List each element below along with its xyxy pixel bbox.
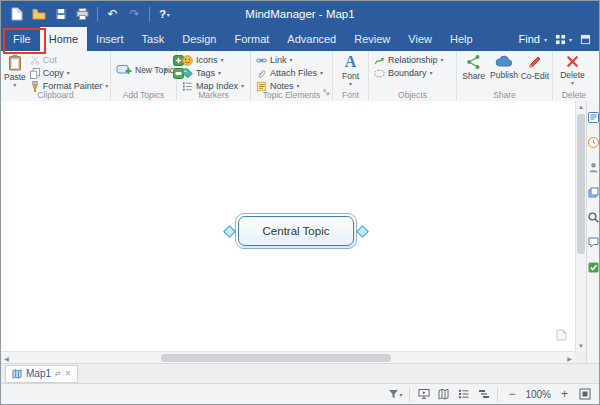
publish-button[interactable]: Publish	[489, 53, 518, 91]
link-icon	[256, 55, 267, 66]
group-label-markers: Markers	[177, 90, 250, 101]
save-icon	[55, 8, 67, 20]
redo-icon: ↷	[129, 8, 139, 20]
tags-label: Tags	[196, 68, 215, 78]
cut-button[interactable]: Cut	[28, 54, 111, 66]
new-topic-icon	[116, 63, 132, 77]
new-topic-button[interactable]: New Topic ▾	[114, 53, 169, 87]
tab-review[interactable]: Review	[345, 27, 399, 51]
file-tab-highlight-annotation	[3, 28, 46, 54]
filter-button[interactable]: ▾	[388, 387, 402, 402]
tab-task[interactable]: Task	[133, 27, 174, 51]
paste-button[interactable]: Paste ▾	[4, 53, 26, 91]
zoom-in-button[interactable]: +	[558, 387, 571, 402]
tab-design[interactable]: Design	[173, 27, 225, 51]
comment-panel-icon	[587, 236, 600, 249]
group-label-topic-elements: Topic Elements	[251, 90, 332, 101]
share-icon	[466, 54, 482, 70]
collapse-ribbon-icon	[580, 34, 591, 45]
resources-pane-button[interactable]	[587, 161, 600, 174]
layout-options-button[interactable]: ▾	[555, 34, 572, 45]
new-topic-label: New Topic	[135, 66, 161, 75]
tab-view[interactable]: View	[399, 27, 441, 51]
outline-view-button[interactable]	[457, 387, 470, 402]
copy-button[interactable]: Copy ▾	[28, 67, 111, 79]
task-info-pane-button[interactable]	[587, 136, 600, 149]
save-button[interactable]	[51, 5, 70, 23]
relationship-label: Relationship	[388, 55, 438, 65]
tab-help[interactable]: Help	[441, 27, 482, 51]
co-edit-button[interactable]: Co-Edit	[521, 53, 549, 91]
caret-down-icon: ▾	[218, 70, 221, 76]
map-view-button[interactable]	[437, 387, 450, 402]
caret-down-icon: ▾	[430, 70, 433, 76]
ribbon-group-font: A Font ▾ Font	[333, 51, 369, 101]
undo-icon: ↶	[107, 8, 117, 20]
find-button[interactable]: Find▾	[519, 33, 547, 45]
caret-down-icon: ▾	[290, 57, 293, 63]
scroll-down-arrow[interactable]: ▼	[576, 340, 586, 351]
topic-elements-dialog-launcher[interactable]	[323, 82, 330, 100]
boundary-button[interactable]: Boundary ▾	[372, 67, 446, 79]
central-topic-label: Central Topic	[263, 225, 330, 237]
smiley-icon	[182, 55, 193, 66]
group-label-delete: Delete	[553, 90, 595, 101]
central-topic[interactable]: Central Topic	[235, 213, 357, 249]
redo-button[interactable]: ↷	[125, 5, 144, 23]
find-label: Find	[519, 33, 540, 45]
tab-home[interactable]: Home	[40, 27, 87, 51]
open-file-button[interactable]	[29, 5, 48, 23]
publish-label: Publish	[490, 71, 518, 80]
vertical-scroll-thumb[interactable]	[577, 114, 585, 254]
vertical-scrollbar[interactable]: ▲ ▼	[575, 101, 586, 351]
ribbon-group-share: Share Publish Co-Edit Share	[457, 51, 553, 101]
print-button[interactable]	[73, 5, 92, 23]
icons-button[interactable]: Icons ▾	[180, 54, 246, 66]
map-canvas[interactable]: Central Topic	[1, 101, 575, 351]
undo-button[interactable]: ↶	[103, 5, 122, 23]
mindmanager-window: ↶ ↷ ?▾ MindManager - Map1 File Home Inse…	[0, 0, 600, 405]
minimize-ribbon-button[interactable]	[580, 34, 591, 45]
ribbon-group-add-topics: New Topic ▾ Add Topics	[111, 51, 177, 101]
tab-insert[interactable]: Insert	[87, 27, 133, 51]
close-map-tab-icon[interactable]: ×	[65, 369, 71, 379]
search-pane-button[interactable]	[587, 211, 600, 224]
font-button[interactable]: A Font ▾	[336, 53, 365, 91]
horizontal-scrollbar[interactable]: ◀ ▶	[1, 351, 575, 363]
search-panel-icon	[587, 211, 600, 224]
link-label: Link	[270, 55, 287, 65]
relationship-button[interactable]: Relationship ▾	[372, 54, 446, 66]
schedule-view-button[interactable]	[477, 387, 490, 402]
tab-row-right: Find▾ ▾	[519, 27, 599, 51]
tasks-pane-button[interactable]	[587, 261, 600, 274]
fit-map-button[interactable]	[578, 387, 591, 402]
tags-button[interactable]: Tags ▾	[180, 67, 246, 79]
link-button[interactable]: Link ▾	[254, 54, 325, 66]
map-tab-map1[interactable]: Map1 ⇄ ×	[5, 365, 78, 383]
delete-button[interactable]: Delete ▾	[556, 53, 589, 91]
outline-view-icon	[458, 388, 470, 400]
map-parts-pane-button[interactable]	[587, 186, 600, 199]
new-document-button[interactable]	[7, 5, 26, 23]
share-button[interactable]: Share	[460, 53, 487, 91]
map-index-pane-button[interactable]	[587, 111, 600, 124]
ribbon-tabs: File Home Insert Task Design Format Adva…	[1, 27, 482, 51]
icons-label: Icons	[196, 55, 218, 65]
layout-grid-icon	[555, 34, 566, 45]
scroll-up-arrow[interactable]: ▲	[576, 101, 586, 112]
attach-files-button[interactable]: Attach Files ▾	[254, 67, 325, 79]
topic-handle-right[interactable]	[356, 225, 369, 238]
horizontal-scroll-thumb[interactable]	[161, 354, 391, 362]
tab-advanced[interactable]: Advanced	[278, 27, 345, 51]
page-break-corner-icon	[556, 327, 567, 345]
presentation-view-button[interactable]	[417, 387, 430, 402]
zoom-out-button[interactable]: −	[505, 387, 518, 402]
ribbon-group-markers: Icons ▾ Tags ▾ Map Index ▾ Markers	[177, 51, 251, 101]
comments-pane-button[interactable]	[587, 236, 600, 249]
zoom-level[interactable]: 100%	[525, 389, 551, 400]
tab-format[interactable]: Format	[225, 27, 278, 51]
topic-handle-left[interactable]	[223, 225, 236, 238]
attach-files-label: Attach Files	[270, 68, 317, 78]
central-topic-shape[interactable]: Central Topic	[238, 216, 354, 246]
help-button[interactable]: ?▾	[155, 5, 174, 23]
